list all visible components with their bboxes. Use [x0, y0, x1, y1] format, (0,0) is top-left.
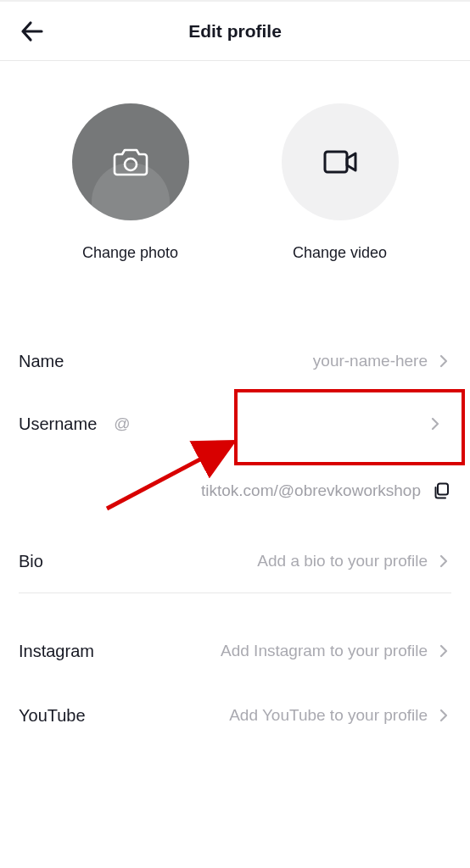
- change-photo-button[interactable]: Change photo: [72, 103, 189, 262]
- name-value-wrap: your-name-here: [64, 352, 451, 370]
- profile-fields: Name your-name-here Username @: [0, 287, 470, 455]
- change-video-button[interactable]: Change video: [282, 103, 399, 262]
- change-video-label: Change video: [293, 244, 387, 262]
- username-label: Username: [19, 415, 97, 434]
- camera-icon: [109, 140, 153, 184]
- youtube-label: YouTube: [19, 706, 86, 726]
- youtube-field[interactable]: YouTube Add YouTube to your profile: [19, 683, 451, 748]
- bio-value-wrap: Add a bio to your profile: [43, 552, 451, 570]
- svg-rect-2: [438, 484, 448, 495]
- name-label: Name: [19, 352, 64, 371]
- video-avatar: [282, 103, 399, 220]
- bio-label: Bio: [19, 552, 43, 571]
- username-value-wrap: @: [97, 415, 451, 433]
- socials-section: Instagram Add Instagram to your profile …: [0, 593, 470, 765]
- profile-url: tiktok.com/@obrevkoworkshop: [201, 481, 421, 500]
- bio-section: Bio Add a bio to your profile: [0, 523, 470, 593]
- chevron-right-icon: [436, 643, 451, 659]
- username-field[interactable]: Username @: [19, 392, 451, 455]
- bio-placeholder: Add a bio to your profile: [257, 552, 428, 570]
- change-photo-label: Change photo: [82, 244, 178, 262]
- back-button[interactable]: [17, 16, 48, 47]
- photo-avatar: [72, 103, 189, 220]
- page-title: Edit profile: [188, 21, 282, 42]
- username-value: @: [114, 415, 130, 433]
- copy-icon: [432, 481, 450, 500]
- name-value: your-name-here: [313, 352, 428, 370]
- profile-url-row: tiktok.com/@obrevkoworkshop: [0, 455, 470, 523]
- bio-field[interactable]: Bio Add a bio to your profile: [19, 530, 451, 593]
- svg-point-0: [125, 159, 137, 170]
- instagram-label: Instagram: [19, 642, 94, 661]
- name-field[interactable]: Name your-name-here: [19, 330, 451, 392]
- youtube-value-wrap: Add YouTube to your profile: [86, 706, 451, 725]
- instagram-value-wrap: Add Instagram to your profile: [94, 642, 451, 660]
- instagram-placeholder: Add Instagram to your profile: [221, 642, 428, 660]
- copy-url-button[interactable]: [431, 481, 451, 501]
- chevron-right-icon: [436, 554, 451, 569]
- svg-rect-1: [325, 152, 347, 172]
- header: Edit profile: [0, 0, 470, 61]
- media-section: Change photo Change video: [0, 61, 470, 287]
- video-icon: [316, 138, 364, 186]
- youtube-placeholder: Add YouTube to your profile: [229, 706, 428, 725]
- chevron-right-icon: [436, 708, 451, 723]
- arrow-left-icon: [19, 18, 46, 45]
- instagram-field[interactable]: Instagram Add Instagram to your profile: [19, 619, 451, 683]
- chevron-right-icon: [428, 416, 443, 431]
- chevron-right-icon: [436, 353, 451, 369]
